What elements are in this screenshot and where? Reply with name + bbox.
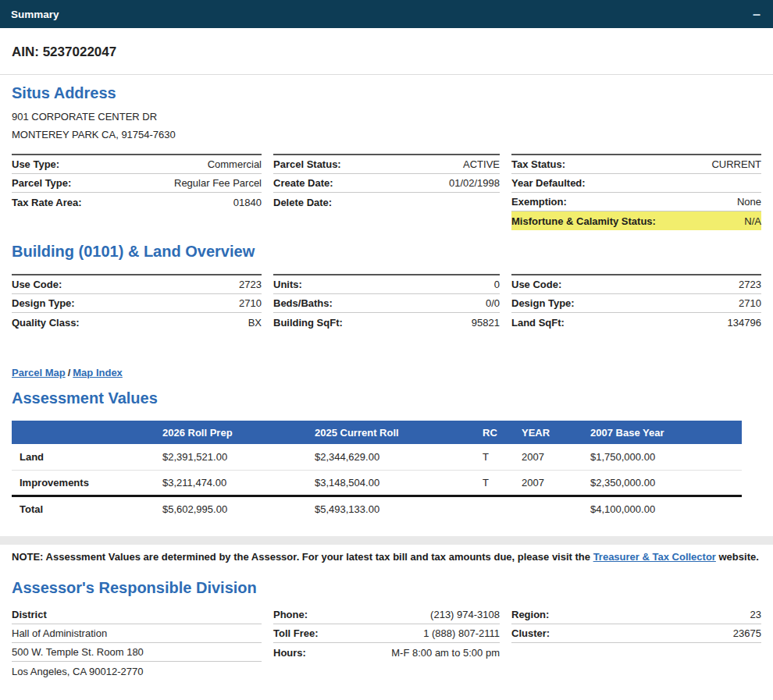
field-value: 01840 [233, 197, 262, 208]
field-label: Hours: [273, 647, 306, 659]
panel-title: Summary [11, 9, 59, 20]
field-value: 23 [750, 609, 761, 620]
treasurer-tax-collector-link[interactable]: Treasurer & Tax Collector [593, 551, 716, 563]
field-phone: Phone: (213) 974-3108 [273, 606, 500, 624]
section-divider [0, 74, 773, 75]
minimize-icon[interactable]: – [753, 7, 761, 21]
field-value: 2723 [739, 279, 761, 290]
header-2025-current-roll: 2025 Current Roll [308, 421, 476, 444]
responsible-division-heading: Assessor's Responsible Division [12, 577, 761, 598]
field-label: Use Code: [511, 279, 561, 290]
field-value: M-F 8:00 am to 5:00 pm [391, 647, 500, 659]
land-year: 2007 [515, 444, 584, 470]
parcel-info-col2: Parcel Status: ACTIVE Create Date: 01/02… [273, 154, 500, 230]
field-land-design-type: Design Type: 2710 [511, 294, 761, 313]
table-row-land: Land $2,391,521.00 $2,344,629.00 T 2007 … [12, 444, 742, 470]
field-value: 23675 [733, 627, 761, 639]
field-parcel-type: Parcel Type: Regular Fee Parcel [12, 174, 262, 193]
field-label: Land SqFt: [511, 317, 565, 329]
field-toll-free: Toll Free: 1 (888) 807-2111 [273, 624, 500, 643]
field-misfortune-calamity-status: Misfortune & Calamity Status: N/A [511, 211, 761, 230]
total-rc [476, 496, 515, 521]
field-label: Design Type: [12, 297, 75, 309]
situs-address-line2: MONTEREY PARK CA, 91754-7630 [12, 126, 761, 144]
field-label: Delete Date: [273, 197, 332, 208]
improvements-rc: T [476, 470, 515, 496]
building-col3: Use Code: 2723 Design Type: 2710 Land Sq… [511, 274, 761, 332]
land-rc: T [476, 444, 515, 470]
field-label: Misfortune & Calamity Status: [511, 215, 656, 227]
field-quality-class: Quality Class: BX [12, 313, 262, 332]
division-address-line: Hall of Administration [12, 624, 262, 643]
total-current-roll: $5,493,133.00 [308, 496, 476, 521]
row-label: Improvements [12, 470, 156, 496]
map-index-link[interactable]: Map Index [73, 367, 123, 378]
field-cluster: Cluster: 23675 [511, 624, 761, 643]
parcel-map-link[interactable]: Parcel Map [12, 367, 66, 378]
field-label: Region: [511, 609, 549, 620]
improvements-year: 2007 [515, 470, 584, 496]
total-roll-prep: $5,602,995.00 [156, 496, 308, 521]
field-label: Use Type: [12, 158, 59, 170]
field-value: BX [248, 317, 262, 329]
note-text: NOTE: Assessment Values are determined b… [12, 551, 593, 563]
map-links: Parcel Map/Map Index [12, 367, 761, 378]
field-land-use-code: Use Code: 2723 [511, 275, 761, 294]
summary-titlebar: Summary – [0, 0, 773, 28]
field-value: 01/02/1998 [449, 177, 500, 189]
field-value: 0/0 [486, 297, 500, 309]
field-label: Use Code: [12, 279, 62, 290]
field-building-sqft: Building SqFt: 95821 [273, 313, 500, 332]
field-value: 2723 [239, 279, 262, 290]
total-year [515, 496, 584, 521]
field-value: Regular Fee Parcel [174, 177, 262, 189]
land-current-roll: $2,344,629.00 [308, 444, 476, 470]
field-year-defaulted: Year Defaulted: [511, 174, 761, 193]
field-value: ACTIVE [463, 158, 500, 170]
situs-address-heading: Situs Address [12, 83, 761, 103]
field-value: 134796 [728, 317, 761, 329]
field-region: Region: 23 [511, 606, 761, 624]
district-title: District [12, 606, 262, 624]
field-label: Units: [273, 279, 302, 290]
field-label: Phone: [273, 609, 308, 620]
field-value: N/A [744, 215, 761, 227]
header-2007-base-year: 2007 Base Year [584, 421, 742, 444]
field-exemption: Exemption: None [511, 193, 761, 211]
building-land-grid: Use Code: 2723 Design Type: 2710 Quality… [12, 274, 761, 332]
field-label: Quality Class: [12, 317, 80, 329]
ain-heading: AIN: 5237022047 [12, 44, 761, 61]
field-label: Create Date: [273, 177, 333, 189]
field-label: Tax Rate Area: [12, 197, 82, 208]
field-value: 2710 [239, 297, 262, 309]
field-value: 0 [494, 279, 500, 290]
field-value: None [737, 196, 761, 208]
situs-address-block: 901 CORPORATE CENTER DR MONTEREY PARK CA… [12, 108, 761, 144]
parcel-info-col1: Use Type: Commercial Parcel Type: Regula… [12, 154, 262, 230]
division-address-line: Los Angeles, CA 90012-2770 [12, 662, 262, 680]
field-label: Year Defaulted: [511, 177, 586, 189]
field-tax-rate-area: Tax Rate Area: 01840 [12, 193, 262, 211]
note-text-suffix: website. [716, 551, 759, 563]
row-label: Total [12, 496, 156, 521]
field-label: Building SqFt: [273, 317, 343, 329]
field-label: Cluster: [511, 627, 550, 639]
field-label: Parcel Status: [273, 158, 341, 170]
division-address-line: 500 W. Temple St. Room 180 [12, 643, 262, 662]
situs-address-line1: 901 CORPORATE CENTER DR [12, 108, 761, 126]
building-col1: Use Code: 2723 Design Type: 2710 Quality… [12, 274, 262, 332]
field-parcel-status: Parcel Status: ACTIVE [273, 155, 500, 174]
field-design-type: Design Type: 2710 [12, 294, 262, 313]
field-label: Parcel Type: [12, 177, 71, 189]
horizontal-scrollbar-track[interactable] [0, 536, 773, 545]
field-tax-status: Tax Status: CURRENT [511, 155, 761, 174]
link-separator: / [66, 367, 73, 378]
field-beds-baths: Beds/Baths: 0/0 [273, 294, 500, 313]
assessment-values-heading: Assessment Values [12, 388, 761, 408]
land-base-year: $1,750,000.00 [584, 444, 742, 470]
building-land-heading: Building (0101) & Land Overview [12, 241, 761, 261]
field-units: Units: 0 [273, 275, 500, 294]
building-col2: Units: 0 Beds/Baths: 0/0 Building SqFt: … [273, 274, 500, 332]
field-use-type: Use Type: Commercial [12, 155, 262, 174]
division-contact-col: Phone: (213) 974-3108 Toll Free: 1 (888)… [273, 606, 500, 680]
